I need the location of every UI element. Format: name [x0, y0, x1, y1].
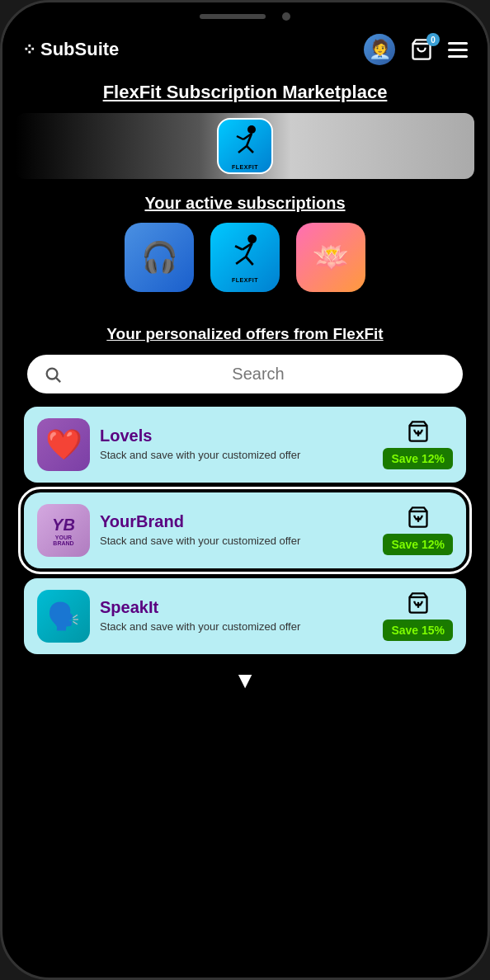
nav-right: 🧑‍💼 0 — [364, 34, 468, 65]
yb-sublabel: YOURBRAND — [53, 535, 73, 546]
lovels-icon: ❤️ — [37, 418, 90, 471]
hamburger-line-2 — [448, 49, 468, 51]
offer-card-speakit[interactable]: 🗣️ SpeakIt Stack and save with your cust… — [24, 578, 466, 654]
hamburger-menu[interactable] — [448, 42, 468, 58]
cart-button[interactable]: 0 — [407, 35, 436, 64]
subscription-headphones[interactable]: 🎧 — [125, 223, 194, 292]
yb-monogram: YB — [52, 516, 75, 535]
speakit-cart-icon[interactable] — [407, 591, 430, 615]
search-bar[interactable] — [27, 355, 463, 393]
search-icon — [44, 365, 62, 384]
flexfit-running-icon — [224, 233, 266, 276]
headphones-emoji: 🎧 — [141, 240, 178, 275]
subscriptions-title: Your active subscriptions — [2, 179, 488, 223]
lovels-save-badge: Save 12% — [383, 448, 453, 469]
svg-line-4 — [247, 146, 253, 153]
chevron-down-button[interactable]: ▼ — [2, 654, 488, 707]
yourbrand-action: Save 12% — [383, 506, 453, 555]
lovels-info: Lovels Stack and save with your customiz… — [100, 426, 373, 463]
subscriptions-row: 🎧 FLEXFIT 🪷 — [2, 223, 488, 300]
speakit-desc: Stack and save with your customized offe… — [100, 620, 373, 634]
phone-shell: ⁘ SubSuite 🧑‍💼 0 — [0, 0, 490, 980]
offers-title: Your personalized offers from FlexFit — [2, 300, 488, 355]
hero-banner: FLEXFIT — [16, 113, 474, 179]
logo[interactable]: ⁘ SubSuite — [22, 39, 119, 60]
svg-point-1 — [247, 125, 256, 134]
offers-list: ❤️ Lovels Stack and save with your custo… — [2, 407, 488, 654]
notch-dot — [282, 12, 290, 21]
svg-point-7 — [247, 234, 257, 243]
svg-point-13 — [47, 368, 58, 379]
flexfit-sub-label: FLEXFIT — [232, 277, 258, 283]
flexfit-figure: FLEXFIT — [225, 123, 265, 170]
running-person-icon — [225, 123, 265, 163]
offer-card-lovels[interactable]: ❤️ Lovels Stack and save with your custo… — [24, 407, 466, 483]
speakit-info: SpeakIt Stack and save with your customi… — [100, 598, 373, 634]
svg-line-10 — [246, 257, 253, 265]
speakit-icon: 🗣️ — [37, 590, 90, 643]
subscription-flexfit[interactable]: FLEXFIT — [210, 223, 280, 292]
svg-line-12 — [235, 246, 243, 249]
svg-line-9 — [236, 257, 246, 264]
yourbrand-icon: YB YOURBRAND — [37, 504, 90, 557]
speakit-action: Save 15% — [383, 591, 453, 641]
cart-badge: 0 — [426, 33, 440, 46]
flexfit-sub-figure: FLEXFIT — [224, 233, 266, 283]
svg-line-6 — [237, 136, 243, 139]
svg-line-14 — [56, 378, 60, 382]
nav-bar: ⁘ SubSuite 🧑‍💼 0 — [2, 26, 488, 73]
yourbrand-name: YourBrand — [100, 512, 373, 531]
chevron-down-icon: ▼ — [233, 667, 257, 693]
search-input[interactable] — [70, 365, 446, 384]
hero-logo: FLEXFIT — [217, 118, 273, 174]
speakit-name: SpeakIt — [100, 598, 373, 617]
notch-bar — [2, 2, 488, 26]
lovels-name: Lovels — [100, 426, 373, 445]
avatar[interactable]: 🧑‍💼 — [364, 34, 395, 65]
heart-emoji: ❤️ — [45, 427, 82, 462]
offer-card-yourbrand[interactable]: YB YOURBRAND YourBrand Stack and save wi… — [24, 492, 466, 568]
speakit-emoji: 🗣️ — [47, 601, 80, 632]
yourbrand-info: YourBrand Stack and save with your custo… — [100, 512, 373, 549]
hero-label: FLEXFIT — [232, 164, 258, 170]
subscription-lotus[interactable]: 🪷 — [296, 223, 365, 292]
hamburger-line-1 — [448, 42, 468, 45]
yourbrand-save-badge: Save 12% — [383, 534, 453, 555]
yourbrand-cart-icon[interactable] — [407, 506, 430, 529]
lovels-desc: Stack and save with your customized offe… — [100, 449, 373, 463]
lotus-emoji: 🪷 — [313, 240, 350, 275]
logo-text: SubSuite — [40, 39, 119, 60]
lovels-cart-icon[interactable] — [407, 420, 430, 443]
notch-pill — [200, 14, 266, 19]
svg-line-3 — [238, 146, 247, 153]
phone-content: ⁘ SubSuite 🧑‍💼 0 — [2, 26, 488, 978]
speakit-save-badge: Save 15% — [383, 620, 453, 641]
hamburger-line-3 — [448, 55, 468, 58]
avatar-emoji: 🧑‍💼 — [369, 39, 391, 60]
yourbrand-desc: Stack and save with your customized offe… — [100, 535, 373, 549]
logo-icon: ⁘ — [22, 40, 35, 59]
page-title: FlexFit Subscription Marketplace — [2, 73, 488, 113]
lovels-action: Save 12% — [383, 420, 453, 469]
